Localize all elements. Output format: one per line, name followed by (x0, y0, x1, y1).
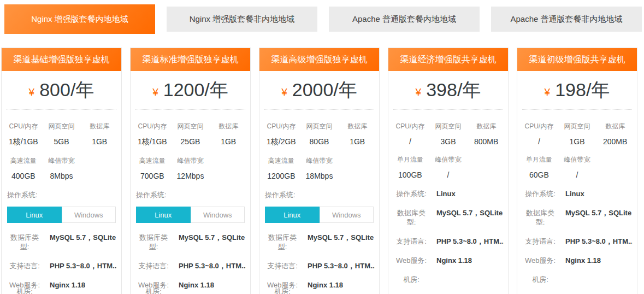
detail-datacenter: 机房: (393, 275, 504, 284)
plan-card: 渠道标准增强版独享虚机 ¥ 1200/年 CPU/内存 1核/1GB 网页空间 … (130, 48, 251, 294)
spec-value: 1200GB (262, 172, 300, 180)
detail-label: 支持语言: (135, 261, 172, 271)
detail-value: PHP 5.3~8.0，HTM... (50, 261, 117, 271)
spec-label: CPU/内存 (391, 122, 429, 131)
detail-rows: 操作系统: Linux 数据库类型: MySQL 5.7，SQLite 支持语言… (393, 189, 504, 284)
spec-value: 1GB (209, 137, 247, 146)
os-label: 操作系统: (136, 190, 250, 200)
spec-value: 60GB (520, 170, 558, 179)
spec-webspace: 网页空间 80GB (300, 122, 339, 147)
spec-label: 网页空间 (172, 122, 210, 131)
currency-symbol: ¥ (545, 82, 551, 98)
plan-cards: 渠道基础增强版独享虚机 ¥ 800/年 CPU/内存 1核/1GB 网页空间 5… (1, 48, 644, 294)
spec-webspace: 网页空间 1GB (558, 122, 596, 146)
os-option-windows[interactable]: Windows (320, 207, 374, 223)
detail-db-type: 数据库类型: MySQL 5.7，SQLite (135, 233, 246, 251)
detail-label: 机房: (6, 287, 43, 294)
spec-label: 高速流量 (133, 156, 172, 166)
spec-webspace: 网页空间 25GB (172, 122, 210, 147)
spec-value: / (558, 170, 596, 179)
spec-label: 网页空间 (300, 122, 339, 131)
detail-db-type: 数据库类型: MySQL 5.7，SQLite (393, 208, 504, 227)
spec-label: 数据库 (596, 122, 634, 131)
spec-value: 100GB (391, 170, 429, 179)
detail-languages: 支持语言: PHP 5.3~8.0，HTM... (264, 261, 375, 271)
os-option-linux[interactable]: Linux (265, 207, 320, 223)
spec-value: 800MB (467, 137, 505, 146)
detail-label: 机房: (393, 275, 430, 284)
detail-value: Nginx 1.18 (50, 280, 85, 290)
spec-webspace: 网页空间 5GB (43, 122, 81, 147)
detail-value: Nginx 1.18 (308, 280, 343, 290)
tab-nginx-enhanced-non-mainland[interactable]: Nginx 增强版套餐非内地地域 (167, 7, 317, 32)
spec-value: 400GB (4, 172, 43, 180)
detail-value: Nginx 1.18 (436, 256, 472, 265)
currency-symbol: ¥ (416, 82, 422, 98)
detail-label: 支持语言: (264, 261, 301, 271)
detail-label: 机房: (135, 287, 172, 294)
plan-price: ¥ 198/年 (522, 71, 632, 110)
spec-traffic: 高速流量 1200GB (262, 156, 300, 180)
spec-grid: CPU/内存 / 网页空间 1GB 数据库 200MB 单月流量 60GB 峰值… (517, 110, 637, 179)
tab-apache-basic-non-mainland[interactable]: Apache 普通版套餐非内地地域 (491, 7, 642, 32)
detail-rows: 操作系统: Linux 数据库类型: MySQL 5.7，SQLite 支持语言… (522, 189, 633, 284)
plan-title: 渠道标准增强版独享虚机 (131, 48, 250, 71)
spec-traffic: 高速流量 400GB (4, 156, 43, 180)
detail-label: 支持语言: (6, 261, 43, 271)
detail-languages: 支持语言: PHP 5.3~8.0，HTM... (393, 237, 504, 246)
spec-bandwidth: 峰值带宽 8Mbps (43, 156, 81, 180)
os-option-linux[interactable]: Linux (7, 207, 62, 223)
spec-traffic: 高速流量 700GB (133, 156, 172, 180)
os-option-linux[interactable]: Linux (136, 207, 191, 223)
detail-label: 机房: (264, 287, 301, 294)
detail-web-server: Web服务: Nginx 1.18 (522, 256, 633, 265)
detail-value: MySQL 5.7，SQLite (565, 208, 631, 217)
detail-value: Linux (436, 189, 456, 198)
detail-label: 数据库类型: (135, 233, 172, 251)
spec-label: 数据库 (467, 122, 505, 131)
os-toggle: Linux Windows (7, 207, 116, 223)
plan-title: 渠道初级增强版共享虚机 (517, 48, 637, 71)
spec-value: 1GB (338, 137, 376, 146)
spec-value: 700GB (133, 172, 172, 180)
plan-title: 渠道高级增强版独享虚机 (259, 48, 379, 71)
spec-cpu: CPU/内存 / (391, 122, 429, 146)
spec-label: 数据库 (80, 122, 119, 131)
detail-label: Web服务: (522, 256, 559, 265)
spec-value: 1核/1GB (4, 137, 43, 147)
spec-webspace: 网页空间 3GB (429, 122, 468, 146)
spec-database: 数据库 1GB (338, 122, 376, 147)
spec-database: 数据库 1GB (80, 122, 119, 147)
spec-value: 8Mbps (43, 172, 81, 180)
detail-value: MySQL 5.7，SQLite (179, 233, 245, 242)
spec-bandwidth: 峰值带宽 / (558, 155, 596, 179)
plan-price: ¥ 1200/年 (135, 71, 245, 110)
detail-languages: 支持语言: PHP 5.3~8.0，HTM... (6, 261, 117, 271)
spec-label: 单月流量 (391, 155, 429, 164)
spec-label: 高速流量 (4, 156, 43, 166)
detail-label: 支持语言: (522, 237, 559, 246)
detail-value: Nginx 1.18 (565, 256, 601, 265)
detail-label: Web服务: (393, 256, 430, 265)
os-toggle: Linux Windows (265, 207, 374, 223)
detail-db-type: 数据库类型: MySQL 5.7，SQLite (6, 233, 117, 251)
detail-label: 支持语言: (393, 237, 430, 246)
detail-value: Nginx 1.18 (179, 280, 214, 290)
price-amount: 2000/年 (292, 78, 357, 103)
spec-database: 数据库 1GB (209, 122, 247, 147)
tab-apache-basic-mainland[interactable]: Apache 普通版套餐内地地域 (329, 7, 480, 32)
os-option-windows[interactable]: Windows (191, 207, 245, 223)
os-option-windows[interactable]: Windows (62, 207, 116, 223)
spec-value: 1核/1GB (133, 137, 172, 147)
spec-label: 高速流量 (262, 156, 300, 166)
spec-database: 数据库 800MB (467, 122, 505, 146)
detail-os: 操作系统: Linux (393, 189, 504, 198)
detail-value: MySQL 5.7，SQLite (50, 233, 116, 242)
tab-nginx-enhanced-mainland[interactable]: Nginx 增强版套餐内地地域 (4, 4, 155, 34)
spec-cpu: CPU/内存 1核/1GB (4, 122, 43, 147)
spec-label: CPU/内存 (133, 122, 172, 131)
detail-rows: 数据库类型: MySQL 5.7，SQLite 支持语言: PHP 5.3~8.… (264, 233, 375, 294)
spec-grid: CPU/内存 / 网页空间 3GB 数据库 800MB 单月流量 100GB 峰… (388, 110, 508, 179)
spec-label: 单月流量 (520, 155, 558, 164)
spec-traffic: 单月流量 100GB (391, 155, 429, 179)
